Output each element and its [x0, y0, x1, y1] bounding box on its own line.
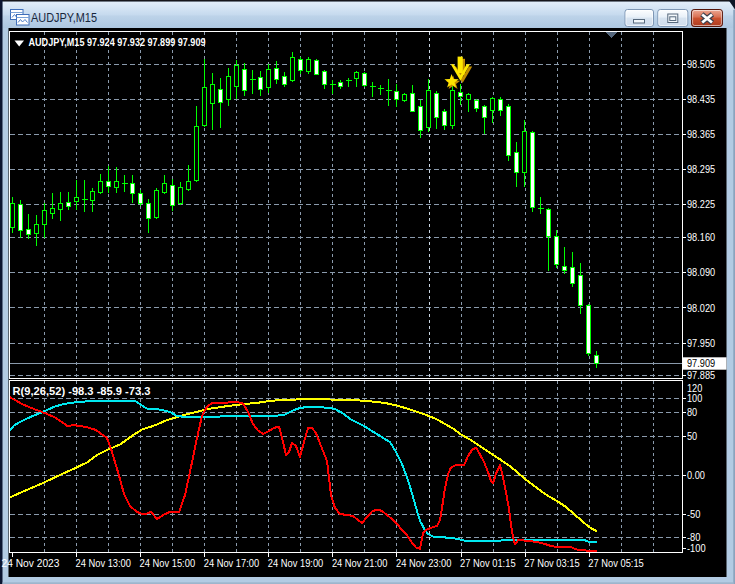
- svg-text:98.020: 98.020: [687, 302, 715, 314]
- svg-text:24 Nov 13:00: 24 Nov 13:00: [76, 557, 132, 569]
- svg-text:-50: -50: [687, 508, 701, 520]
- svg-text:24 Nov 2023: 24 Nov 2023: [2, 557, 60, 569]
- svg-text:98.295: 98.295: [687, 163, 715, 175]
- svg-text:50: 50: [687, 430, 697, 442]
- svg-text:97.885: 97.885: [687, 369, 715, 381]
- svg-text:24 Nov 23:00: 24 Nov 23:00: [396, 557, 452, 569]
- svg-text:80: 80: [687, 406, 697, 418]
- svg-text:-80: -80: [687, 531, 701, 543]
- svg-text:27 Nov 01:15: 27 Nov 01:15: [460, 557, 516, 569]
- svg-text:27 Nov 05:15: 27 Nov 05:15: [588, 557, 644, 569]
- svg-text:100: 100: [687, 392, 702, 404]
- svg-text:24 Nov 17:00: 24 Nov 17:00: [204, 557, 260, 569]
- svg-text:24 Nov 21:00: 24 Nov 21:00: [332, 557, 388, 569]
- svg-text:-100: -100: [687, 542, 706, 554]
- svg-text:0.00: 0.00: [687, 469, 705, 481]
- svg-text:98.225: 98.225: [687, 198, 715, 210]
- svg-text:R(9,26,52) -98.3 -85.9 -73.3: R(9,26,52) -98.3 -85.9 -73.3: [13, 385, 151, 397]
- svg-text:97.909: 97.909: [687, 357, 715, 369]
- svg-text:98.505: 98.505: [687, 58, 715, 70]
- svg-text:98.365: 98.365: [687, 128, 715, 140]
- svg-text:24 Nov 19:00: 24 Nov 19:00: [268, 557, 324, 569]
- svg-text:AUDJPY,M15: AUDJPY,M15: [31, 11, 97, 25]
- svg-text:98.435: 98.435: [687, 93, 715, 105]
- svg-text:27 Nov 03:15: 27 Nov 03:15: [524, 557, 580, 569]
- svg-text:AUDJPY,M15 97.924 97.932 97.8: AUDJPY,M15 97.924 97.932 97.899 97.909: [29, 36, 206, 48]
- svg-text:98.090: 98.090: [687, 266, 715, 278]
- svg-text:24 Nov 15:00: 24 Nov 15:00: [140, 557, 196, 569]
- svg-text:97.950: 97.950: [687, 337, 715, 349]
- svg-text:98.160: 98.160: [687, 231, 715, 243]
